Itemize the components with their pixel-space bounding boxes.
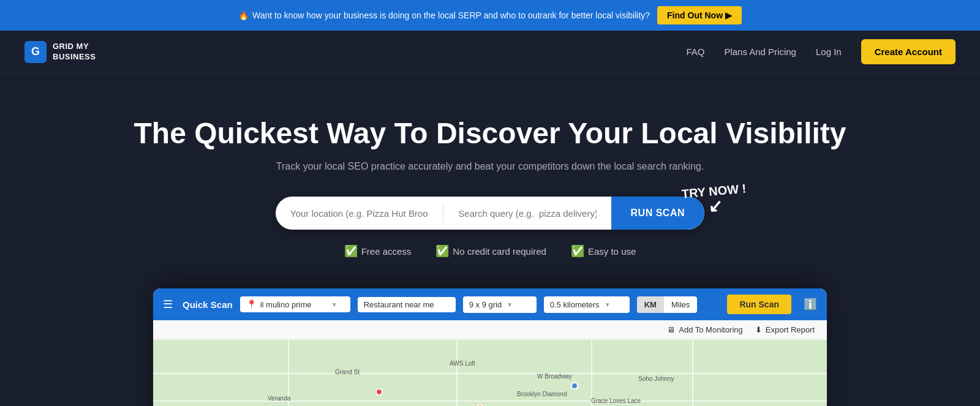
map-label-grand-st: Grand St [335, 369, 360, 375]
km-miles-toggle[interactable]: KM Miles [637, 296, 698, 313]
preview-toolbar: ☰ Quick Scan 📍 ▼ Restaurant near me 9 x … [153, 288, 827, 320]
banner-text: 🔥 Want to know how your business is doin… [238, 10, 650, 20]
map-label-soho-johnny: Soho Johnny [638, 375, 674, 382]
check-icon-3: ✅ [571, 244, 584, 258]
map-label-aws-loft: AWS Loft [450, 360, 475, 367]
fire-emoji: 🔥 [238, 10, 249, 20]
hero-subheadline: Track your local SEO practice accurately… [12, 161, 968, 172]
map-pin-1 [375, 388, 383, 396]
feature-label-3: Easy to use [588, 246, 636, 257]
miles-button[interactable]: Miles [664, 296, 697, 313]
dropdown-arrow-location: ▼ [331, 301, 337, 308]
feature-label-1: Free access [361, 246, 412, 257]
top-banner: 🔥 Want to know how your business is doin… [0, 0, 980, 31]
map-label-w-broadway: W Broadway [537, 373, 572, 380]
query-input[interactable] [443, 197, 611, 230]
dropdown-arrow-grid: ▼ [507, 301, 513, 308]
nav-login[interactable]: Log In [816, 47, 842, 57]
grid-dropdown[interactable]: 9 x 9 grid ▼ [463, 296, 537, 313]
km-button[interactable]: KM [637, 296, 664, 313]
map-pin-2 [477, 404, 484, 406]
check-icon-2: ✅ [435, 244, 449, 258]
location-pin-icon: 📍 [246, 299, 257, 309]
map-label-brooklyn-diamond: Brooklyn Diamond [517, 391, 567, 397]
nav-plans[interactable]: Plans And Pricing [724, 47, 796, 57]
export-report-button[interactable]: ⬇ Export Report [755, 325, 815, 334]
query-text: Restaurant near me [364, 300, 434, 309]
feature-easy-to-use: ✅ Easy to use [571, 244, 636, 258]
check-icon-1: ✅ [344, 244, 358, 258]
map-background: Grand St AWS Loft W Broadway Veranda Ben… [153, 340, 827, 406]
export-label: Export Report [766, 325, 815, 334]
preview-title: Quick Scan [183, 299, 233, 310]
query-field[interactable]: Restaurant near me [358, 297, 456, 312]
dropdown-arrow-distance: ▼ [605, 301, 611, 308]
logo-icon: G [24, 41, 47, 63]
hero-headline: The Quickest Way To Discover Your Local … [12, 116, 968, 150]
feature-no-credit-card: ✅ No credit card required [435, 244, 546, 258]
search-container: TRY NOW ! ↙ RUN SCAN [12, 197, 968, 230]
hamburger-icon: ☰ [163, 298, 173, 311]
preview-action-bar: 🖥 Add To Monitoring ⬇ Export Report [153, 320, 827, 340]
map-label-veranda: Veranda [268, 395, 290, 402]
features-list: ✅ Free access ✅ No credit card required … [12, 244, 968, 258]
info-icon[interactable]: ℹ️ [804, 298, 817, 311]
export-icon: ⬇ [755, 325, 762, 334]
banner-message: Want to know how your business is doing … [252, 10, 650, 20]
try-now-annotation: TRY NOW ! ↙ [681, 182, 748, 219]
preview-run-scan-button[interactable]: Run Scan [727, 295, 791, 314]
create-account-button[interactable]: Create Account [861, 39, 956, 64]
logo: G GRID MY BUSINESS [24, 41, 96, 63]
feature-label-2: No credit card required [453, 246, 546, 257]
search-box: RUN SCAN [276, 197, 704, 230]
hero-section: The Quickest Way To Discover Your Local … [0, 73, 980, 406]
nav-faq[interactable]: FAQ [686, 47, 704, 57]
monitor-label: Add To Monitoring [679, 325, 743, 334]
header: G GRID MY BUSINESS FAQ Plans And Pricing… [0, 31, 980, 73]
app-preview: ☰ Quick Scan 📍 ▼ Restaurant near me 9 x … [153, 288, 827, 406]
location-field[interactable]: 📍 ▼ [240, 296, 350, 312]
location-input-preview[interactable] [260, 300, 328, 309]
distance-value: 0.5 kilometers [550, 300, 600, 309]
grid-value: 9 x 9 grid [469, 300, 502, 309]
map-label-grace-loves-lace: Grace Loves Lace [591, 397, 641, 404]
map-pin-3 [571, 382, 578, 389]
distance-dropdown[interactable]: 0.5 kilometers ▼ [544, 296, 630, 313]
location-input[interactable] [276, 197, 443, 230]
find-out-button[interactable]: Find Out Now ▶ [657, 6, 742, 24]
add-to-monitoring-button[interactable]: 🖥 Add To Monitoring [667, 325, 743, 334]
monitor-icon: 🖥 [667, 325, 675, 334]
feature-free-access: ✅ Free access [344, 244, 412, 258]
logo-text: GRID MY BUSINESS [53, 42, 96, 62]
map-preview: Grand St AWS Loft W Broadway Veranda Ben… [153, 340, 827, 406]
nav: FAQ Plans And Pricing Log In Create Acco… [686, 39, 956, 64]
